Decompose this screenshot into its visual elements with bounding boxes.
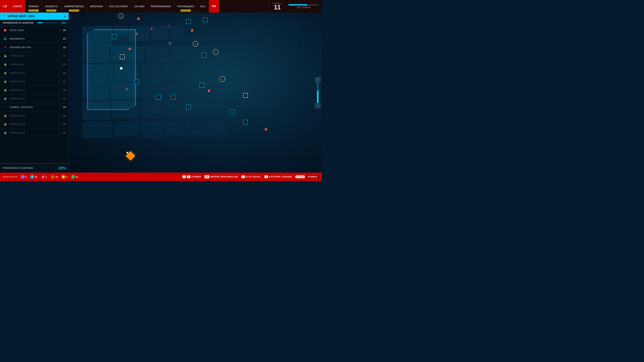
resource-count-red: 3	[46, 176, 47, 178]
top-navigation: LB CARTE TENUES NOUVEAU GADGETS NOUVEAU …	[0, 0, 322, 12]
social-control-hint: F FLUX SOCIAL	[242, 175, 261, 178]
map-area[interactable]: ♛ ▲ ☐ 🎒 ♛ ▲ ◎ 🎒 ▲ ⚠ ♛ ▲ 🎒 ◎ ◎ ◎ ▲ ▲	[69, 12, 322, 173]
map-icon-backpack-1[interactable]: 🎒	[127, 46, 132, 51]
nav-tab-carte[interactable]: CARTE	[10, 0, 25, 12]
campaign-label: PROGRESSION CAMPAGNE	[3, 167, 53, 169]
map-icon-backpack-5[interactable]: 🎒	[263, 126, 269, 132]
zoom-out-button[interactable]: −	[315, 103, 320, 108]
list-item-label: Crimes - Malfrats	[10, 106, 56, 108]
lock-icon: 🔒	[3, 122, 8, 127]
zoom-slider[interactable]	[317, 83, 319, 103]
resource-count-yellow: 0	[66, 176, 67, 178]
map-icon-target-3[interactable]: ◎	[213, 49, 218, 55]
key-r: R	[264, 175, 268, 178]
map-icon-monument-3[interactable]: ▲	[203, 17, 208, 22]
campaign-percent: 23%	[58, 166, 66, 170]
list-item-label: Sacs à dos	[10, 29, 56, 31]
zoom-label: ZOOMER	[191, 176, 201, 178]
map-icon-monument-8[interactable]: ▲	[156, 95, 161, 99]
map-icon-monument-5[interactable]: ▲	[201, 53, 206, 57]
nav-tab-jalons[interactable]: JALONS	[131, 0, 148, 12]
map-icon-target-1[interactable]: ◎	[118, 13, 124, 19]
nav-rb-button[interactable]: RB	[209, 0, 219, 12]
list-item-locked3[interactable]: 🔒VERROUILLÉ0/2	[0, 69, 68, 77]
nav-tab-techniques[interactable]: TECHNIQUES NOUVEAU	[174, 0, 198, 12]
dlc-tab-label: DLC	[200, 5, 206, 8]
list-item-label: VERROUILLÉ	[10, 123, 56, 125]
map-icon-monument-4[interactable]: ▲	[186, 19, 191, 24]
map-icon-crown-3[interactable]: ♛	[149, 26, 154, 31]
list-item-count: 0/1	[63, 55, 66, 57]
item-separator	[59, 105, 60, 110]
map-icon-monument-9[interactable]: ▲	[186, 105, 191, 109]
list-item-count: 0/1	[63, 63, 66, 66]
list-item-locked4[interactable]: 🔒VERROUILLÉ0/1	[0, 77, 68, 86]
progression-bar-background	[38, 22, 58, 23]
key-a: A	[182, 175, 186, 178]
list-item-sacs[interactable]: 🎒Sacs à dos4/5	[0, 26, 68, 34]
map-icon-warning-1[interactable]: ⚠	[166, 23, 172, 29]
list-item-locked2[interactable]: 🔒VERROUILLÉ0/1	[0, 60, 68, 69]
player-dot	[120, 67, 122, 70]
list-item-locked7[interactable]: 🔒VERROUILLÉ0/5	[0, 111, 68, 120]
map-icon-backpack-4[interactable]: 🎒	[206, 88, 212, 93]
resource-item-purple: ⬡0	[21, 175, 26, 179]
map-icon-crown-2[interactable]: ♛	[124, 86, 130, 92]
nav-tab-collections[interactable]: COLLECTIONS	[106, 0, 131, 12]
district-header[interactable]: 📍 Upper West Side ◄	[0, 12, 68, 20]
resource-icon-blue: ▲	[30, 175, 34, 179]
competences-tab-label: COMPÉTENCES	[64, 5, 84, 8]
nav-tab-tenues[interactable]: TENUES NOUVEAU	[25, 0, 42, 12]
list-item-monuments[interactable]: ▲Monuments2/3	[0, 34, 68, 43]
map-icon-monument-11[interactable]: ▲	[243, 120, 248, 124]
resource-icon-red: ◆	[41, 175, 45, 179]
list-item-count: 0/5	[63, 114, 66, 117]
map-icon-crown-1[interactable]: ♛	[134, 31, 140, 36]
list-item-locked6[interactable]: 🔒VERROUILLÉ0/1	[0, 94, 68, 103]
monitor-icon-inner	[206, 176, 208, 177]
list-item-locked9[interactable]: 🔒VERROUILLÉ0/5	[0, 129, 68, 137]
list-item-count: 0/1	[63, 97, 66, 100]
list-item-crimes[interactable]: ⚠Crimes - Malfrats3/5	[0, 103, 68, 111]
list-item-locked5[interactable]: 🔒VERROUILLÉ0/2	[0, 86, 68, 94]
map-icon-monument-7[interactable]: ▲	[171, 95, 176, 99]
zoom-in-button[interactable]: +	[315, 77, 320, 82]
item-separator	[59, 79, 60, 84]
list-item-label: Monuments	[10, 37, 56, 40]
list-item-count: 2/3	[63, 37, 66, 40]
item-separator	[59, 130, 60, 135]
list-item-count: 0/5	[63, 132, 66, 134]
nav-tab-gadgets[interactable]: GADGETS NOUVEAU	[42, 0, 61, 12]
nav-tab-competences[interactable]: COMPÉTENCES NOUVEAU	[61, 0, 87, 12]
list-item-locked1[interactable]: 🔒VERROUILLÉ0/1	[0, 52, 68, 60]
nav-tab-missions[interactable]: MISSIONS	[87, 0, 106, 12]
rb-label: RB	[212, 5, 216, 8]
left-panel: 📍 Upper West Side ◄ PROGRESSION DU QUART…	[0, 12, 69, 173]
zoom-control[interactable]: + −	[315, 77, 320, 108]
map-icon-camera-1[interactable]: ☐	[120, 54, 124, 59]
item-separator	[59, 122, 60, 127]
map-icon-camera-2[interactable]: ☐	[243, 93, 248, 98]
list-item-locked8[interactable]: 🔒VERROUILLÉ0/5	[0, 120, 68, 129]
list-item-count: 1/2	[63, 46, 66, 49]
nav-tab-dlc[interactable]: DLC	[198, 0, 209, 12]
resource-count-blue: 25	[35, 176, 37, 178]
nav-tab-personnages[interactable]: PERSONNAGES	[148, 0, 174, 12]
close-button[interactable]: FERMER	[306, 175, 319, 179]
list-item-count: 0/2	[63, 72, 66, 74]
nav-lb-button[interactable]: LB	[0, 0, 10, 12]
crown-icon: ♛	[3, 45, 8, 50]
key-e: E	[187, 175, 190, 178]
map-icon-monument-2[interactable]: ▲	[134, 80, 139, 84]
map-icon-backpack-2[interactable]: 🎒	[136, 16, 141, 21]
map-icon-target-2[interactable]: ◎	[193, 41, 198, 46]
map-icon-monument-1[interactable]: ▲	[112, 34, 117, 39]
item-separator	[59, 28, 60, 33]
map-icon-monument-10[interactable]: ▲	[230, 110, 234, 114]
xp-bar-background	[288, 4, 319, 5]
map-icon-backpack-3[interactable]: 🎒	[190, 28, 195, 33]
map-icon-monument-6[interactable]: ▲	[200, 83, 204, 88]
list-item-repaires[interactable]: ♛Repaires de Fisk1/2	[0, 43, 68, 52]
close-control-hint[interactable]: ECHAP FERMER	[296, 175, 319, 179]
map-icon-target-4[interactable]: ◎	[220, 76, 225, 82]
